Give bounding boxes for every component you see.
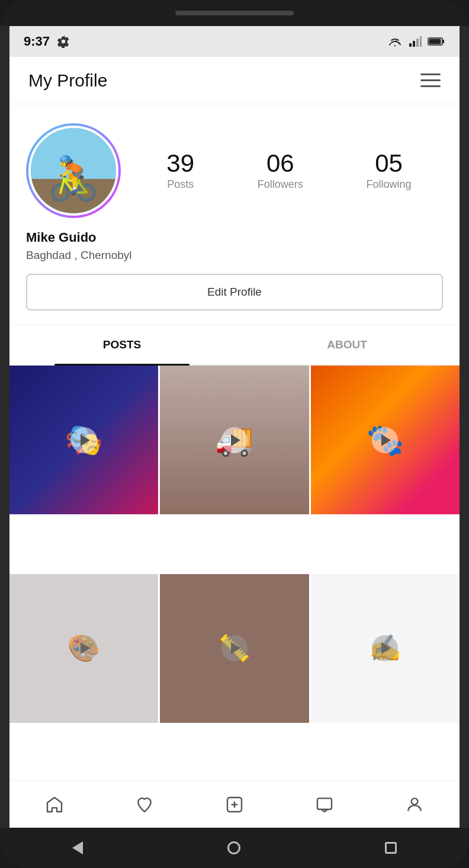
avatar-inner — [28, 126, 118, 216]
wifi-icon — [387, 36, 403, 47]
svg-rect-1 — [413, 41, 415, 47]
signal-icon — [409, 36, 422, 47]
following-label: Following — [367, 178, 412, 191]
home-button[interactable] — [227, 841, 240, 854]
play-button-3[interactable] — [372, 427, 398, 453]
phone-notch-bar — [0, 0, 469, 26]
play-button-4[interactable] — [71, 635, 97, 661]
add-icon — [225, 795, 244, 814]
nav-messages[interactable] — [307, 787, 342, 822]
avatar-art — [31, 128, 116, 213]
tab-posts[interactable]: POSTS — [9, 325, 234, 364]
svg-rect-0 — [409, 43, 412, 47]
tab-about[interactable]: ABOUT — [234, 325, 460, 364]
gear-icon — [57, 35, 70, 48]
back-button[interactable] — [72, 841, 83, 854]
svg-point-11 — [412, 798, 418, 805]
status-bar: 9:37 — [9, 26, 460, 57]
nav-add[interactable] — [217, 787, 252, 822]
posts-count: 39 — [166, 151, 194, 176]
followers-count: 06 — [266, 151, 294, 176]
profile-icon — [405, 795, 424, 814]
svg-rect-3 — [420, 36, 422, 47]
svg-rect-6 — [442, 40, 444, 43]
profile-location: Baghdad , Chernobyl — [26, 249, 443, 262]
profile-stats: 39 Posts 06 Followers 05 Following — [135, 151, 443, 191]
phone-screen: 9:37 — [9, 26, 460, 828]
profile-section: 39 Posts 06 Followers 05 Following Mike … — [9, 104, 460, 325]
posts-label: Posts — [167, 178, 194, 191]
avatar — [26, 123, 121, 218]
heart-icon — [135, 795, 154, 814]
play-button-5[interactable] — [221, 635, 248, 661]
status-right — [387, 36, 445, 47]
menu-icon[interactable] — [420, 73, 441, 87]
profile-top: 39 Posts 06 Followers 05 Following — [26, 123, 443, 218]
edit-profile-button[interactable]: Edit Profile — [26, 274, 443, 310]
battery-icon — [428, 37, 445, 46]
nav-home[interactable] — [37, 787, 72, 822]
system-nav — [0, 828, 469, 868]
followers-stat: 06 Followers — [258, 151, 303, 191]
nav-profile[interactable] — [397, 787, 432, 822]
table-row[interactable]: 🚚 — [160, 366, 309, 514]
recents-button[interactable] — [385, 842, 397, 854]
status-time: 9:37 — [24, 34, 50, 49]
profile-info: Mike Guido Baghdad , Chernobyl Edit Prof… — [26, 230, 443, 310]
table-row[interactable]: 📏 — [160, 574, 309, 723]
svg-rect-10 — [317, 798, 332, 809]
table-row[interactable]: 🎨 — [9, 574, 158, 723]
bottom-nav — [9, 780, 460, 828]
page-title: My Profile — [28, 71, 107, 91]
posts-stat: 39 Posts — [166, 151, 194, 191]
home-icon — [45, 795, 64, 814]
message-icon — [315, 795, 334, 814]
profile-name: Mike Guido — [26, 230, 443, 245]
status-left: 9:37 — [24, 34, 70, 49]
table-row[interactable]: 🐾 — [311, 366, 460, 514]
play-button-6[interactable] — [372, 635, 398, 661]
table-row[interactable]: ✍️ — [311, 574, 460, 723]
following-stat: 05 Following — [367, 151, 412, 191]
nav-favorites[interactable] — [127, 787, 162, 822]
posts-grid: 🎭 🚚 🐾 🎨 — [9, 366, 460, 780]
svg-rect-5 — [429, 39, 441, 44]
following-count: 05 — [375, 151, 403, 176]
app-header: My Profile — [9, 57, 460, 104]
table-row[interactable]: 🎭 — [9, 366, 158, 514]
phone-notch — [175, 11, 294, 15]
phone-shell: 9:37 — [0, 0, 469, 868]
svg-rect-2 — [416, 39, 419, 47]
play-button-2[interactable] — [221, 427, 248, 453]
tabs-bar: POSTS ABOUT — [9, 325, 460, 366]
play-button-1[interactable] — [71, 427, 97, 453]
followers-label: Followers — [258, 178, 303, 191]
